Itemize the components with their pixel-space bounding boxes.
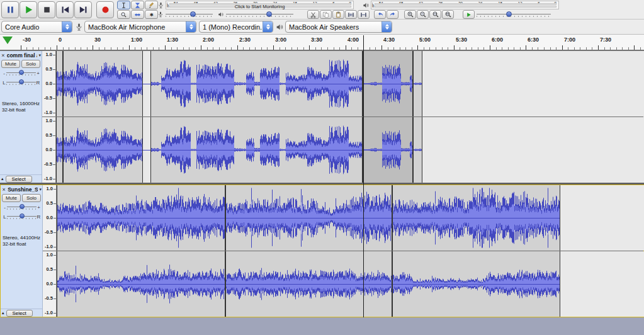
pan-slider[interactable]: L R (2, 79, 40, 86)
timeline-tick (147, 47, 147, 50)
solo-button[interactable]: Solo (22, 194, 41, 202)
recording-channels-select[interactable]: 1 (Mono) Recordin... (199, 21, 273, 33)
zoom-selection-button[interactable] (429, 10, 441, 19)
timeline-tick (508, 47, 509, 50)
gain-thumb[interactable] (19, 70, 24, 75)
timeline-tick (111, 47, 111, 50)
vertical-scale-ruler[interactable]: 1.00.50.0-0.5-1.0 1.00.50.0-0.5-1.0 (42, 51, 56, 183)
waveform-channel-left[interactable] (57, 185, 644, 251)
recording-device-select[interactable]: MacBook Air Microphone (84, 21, 196, 33)
record-button[interactable] (96, 1, 114, 18)
track-close-button[interactable]: × (1, 52, 6, 59)
top-toolbar: ✱ -54-48-42-36-30-24-18-12-60 L R Click … (0, 0, 644, 20)
redo-button[interactable] (387, 10, 398, 19)
timeline-ruler[interactable]: -300301:001:302:002:303:003:304:004:305:… (0, 35, 644, 50)
mute-button[interactable]: Mute (2, 194, 21, 202)
track-name[interactable]: Sunshine_Sa (8, 186, 38, 193)
timeline-label: 2:30 (239, 37, 251, 43)
vertical-scale-ruler[interactable]: 1.00.50.0-0.5-1.0 1.00.50.0-0.5-1.0 (43, 185, 57, 317)
gain-groove[interactable] (7, 203, 37, 211)
track-select-button[interactable]: Select (6, 176, 32, 183)
paste-button[interactable] (332, 10, 344, 19)
recording-volume-thumb[interactable] (190, 11, 196, 17)
recording-volume-slider[interactable] (157, 10, 213, 19)
track-collapse-icon[interactable]: ▴ (2, 310, 4, 315)
pan-slider[interactable]: L R (3, 213, 41, 220)
scale-label: -0.5 (45, 296, 53, 301)
pan-groove[interactable] (6, 79, 36, 86)
pan-groove[interactable] (7, 213, 37, 220)
recording-meter[interactable]: -54-48-42-36-30-24-18-12-60 L R Click to… (157, 1, 354, 9)
silence-audio-button[interactable] (358, 10, 370, 19)
trim-audio-button[interactable] (345, 10, 357, 19)
waveform-channel-right[interactable] (56, 117, 643, 183)
play-speed-slider[interactable] (477, 10, 551, 19)
timeline-tick (610, 47, 611, 50)
timeline-tick (225, 47, 226, 50)
pencil-icon (148, 2, 155, 9)
pan-left-label: L (3, 214, 7, 220)
playback-device-select[interactable]: MacBook Air Speakers (285, 21, 392, 33)
pause-button[interactable] (1, 1, 19, 18)
stop-button[interactable] (38, 1, 55, 18)
zoom-tool-button[interactable] (117, 10, 130, 19)
waveform-area[interactable] (57, 185, 643, 317)
waveform-area[interactable] (56, 51, 643, 183)
timeline-tick (351, 47, 352, 50)
copy-button[interactable] (320, 10, 332, 19)
timeline-label: 3:30 (311, 37, 322, 43)
timeline-tick (285, 47, 286, 50)
time-shift-tool-button[interactable] (131, 10, 144, 19)
recording-volume-groove[interactable] (166, 10, 213, 19)
zoom-in-button[interactable] (404, 10, 416, 19)
solo-button[interactable]: Solo (21, 60, 40, 68)
track-select-button[interactable]: Select (6, 310, 33, 317)
playback-volume-groove[interactable] (226, 10, 293, 19)
multi-tool-button[interactable]: ✱ (145, 10, 158, 19)
monitoring-status-text[interactable]: Click to Start Monitoring (166, 4, 353, 9)
timeline-tick (346, 45, 346, 50)
pan-thumb[interactable] (19, 79, 24, 84)
gain-slider[interactable]: - + (2, 69, 40, 77)
timeline-tick (63, 47, 64, 50)
timeline-tick (315, 47, 316, 50)
play-speed-thumb[interactable] (506, 11, 512, 17)
timeline-label: 1:00 (131, 37, 142, 43)
draw-tool-button[interactable] (145, 1, 158, 9)
waveform-channel-left[interactable] (56, 51, 643, 116)
track-menu-icon[interactable]: ▾ (38, 53, 41, 58)
cut-button[interactable] (307, 10, 319, 19)
playback-device-value: MacBook Air Speakers (286, 23, 381, 31)
timeline-tick (153, 47, 154, 50)
timeshift-icon (134, 11, 141, 18)
waveform-channel-right[interactable] (57, 251, 644, 317)
svg-text:✱: ✱ (149, 11, 153, 17)
timeline-options-icon[interactable] (3, 37, 13, 44)
play-at-speed-button[interactable] (463, 10, 475, 19)
playback-meter[interactable]: -54-48-42-36-30-24-18-12-60 L R (363, 1, 559, 9)
timeline-tick (502, 47, 502, 50)
zoom-fit-button[interactable] (442, 10, 454, 19)
playback-volume-thumb[interactable] (266, 11, 272, 17)
pan-thumb[interactable] (20, 213, 25, 219)
track-collapse-icon[interactable]: ▴ (1, 176, 4, 181)
playback-volume-slider[interactable] (218, 10, 293, 19)
track-close-button[interactable]: × (1, 186, 6, 193)
timeline-tick (634, 45, 635, 50)
track-name[interactable]: comm final au (7, 52, 38, 59)
selection-tool-button[interactable] (117, 1, 130, 9)
gain-groove[interactable] (6, 69, 36, 77)
gain-thumb[interactable] (20, 204, 25, 209)
envelope-tool-button[interactable] (131, 1, 144, 9)
timeline-label: -30 (23, 37, 31, 43)
gain-slider[interactable]: - + (3, 203, 41, 211)
audio-host-select[interactable]: Core Audio (1, 21, 72, 33)
skip-to-end-button[interactable] (74, 1, 92, 18)
undo-button[interactable] (374, 10, 386, 19)
mute-button[interactable]: Mute (1, 60, 20, 68)
track-menu-icon[interactable]: ▾ (39, 187, 42, 192)
skip-to-start-button[interactable] (56, 1, 74, 18)
zoom-out-button[interactable] (417, 10, 429, 19)
play-button[interactable] (20, 1, 37, 18)
timeline-tick (532, 47, 533, 50)
